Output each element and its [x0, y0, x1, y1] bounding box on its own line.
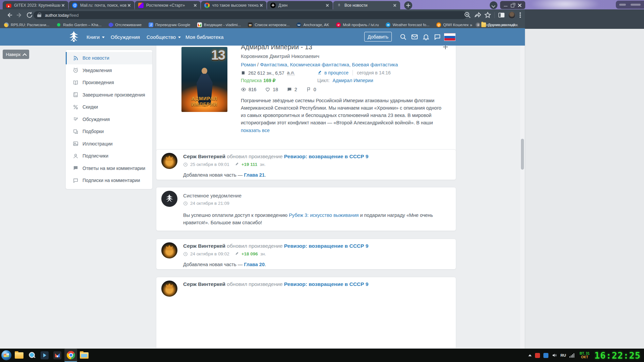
bookmarks-overflow-chevron[interactable]: » [470, 22, 472, 27]
new-tab-button[interactable] [404, 1, 412, 9]
genre-form-link[interactable]: Роман [241, 62, 256, 67]
tray-date[interactable]: ВТ. 31 ОКТ [580, 352, 590, 359]
bookmark-anchorage[interactable]: Anchorage, AK [297, 22, 329, 27]
tab-mailru[interactable]: @ Mail.ru: почта, поиск, новости, п [69, 1, 135, 9]
bookmark-google-translate[interactable]: Переводчик Google [149, 22, 190, 27]
sidebar-item-finished-works[interactable]: Завершенные произведения [66, 89, 152, 101]
sidebar-item-notifications[interactable]: Уведомления [66, 64, 152, 77]
cycle-link[interactable]: Адмирал Империи [332, 78, 373, 83]
bookmark-ivi-profile[interactable]: Мой профиль / ivi.ru [336, 22, 379, 27]
sidebar-item-all-news[interactable]: Все новости [66, 52, 152, 64]
tab-close-icon[interactable] [193, 3, 198, 8]
start-button[interactable] [0, 349, 13, 362]
scrollbar-thumb[interactable] [521, 139, 524, 170]
tray-hidden-icons-chevron[interactable] [528, 354, 532, 356]
user-link[interactable]: Серж Винтеркей [183, 281, 225, 287]
book-author[interactable]: Коровников Дмитрий Николаевич [241, 53, 319, 59]
volume-icon[interactable] [552, 353, 557, 358]
nav-discussions[interactable]: Обсуждения [111, 28, 140, 46]
browser-menu-icon[interactable] [520, 12, 521, 18]
back-button[interactable] [5, 11, 13, 19]
chapter-link[interactable]: Глава 21 [244, 172, 265, 178]
nav-my-library[interactable]: Моя библиотека [185, 28, 224, 46]
genre-links[interactable]: Фантастика, Космическая фантастика, Боев… [260, 62, 398, 67]
browser-profile-avatar[interactable] [508, 11, 516, 19]
network-signal-icon[interactable] [570, 353, 575, 358]
sidebar-item-comment-replies[interactable]: Ответы на мои комментарии [66, 162, 152, 175]
language-indicator[interactable]: RU [560, 353, 566, 357]
nav-community[interactable]: Сообщество [147, 28, 181, 46]
taskbar-folder-icon[interactable] [78, 349, 91, 362]
page-scrollbar[interactable] [520, 28, 524, 349]
forward-button[interactable] [15, 11, 23, 19]
restore-button[interactable] [511, 3, 515, 7]
tab-gitex[interactable]: GITEX 2023: Крупнейшая выстав [3, 1, 68, 9]
sidebar-item-discounts[interactable]: Скидки [66, 101, 152, 113]
add-button[interactable]: Добавить [364, 32, 392, 42]
tab-close-icon[interactable] [126, 3, 132, 8]
bookmark-star-icon[interactable] [484, 11, 492, 19]
side-panel-icon[interactable] [497, 11, 505, 19]
close-button[interactable] [518, 3, 522, 7]
tab-close-icon[interactable] [259, 3, 264, 8]
address-bar[interactable]: author.today/feed [34, 11, 467, 19]
share-icon[interactable] [474, 11, 482, 19]
messages-icon[interactable] [411, 33, 418, 41]
bookmark-rp5[interactable]: RP5.RU: Расписани... [4, 22, 49, 27]
tab-rostelecom[interactable]: Ростелеком «Старт» [135, 1, 201, 9]
user-avatar[interactable] [161, 242, 177, 258]
language-flag-russia[interactable] [444, 33, 455, 41]
user-avatar[interactable] [161, 281, 177, 297]
minimize-button[interactable] [504, 3, 507, 7]
sidebar-item-collections[interactable]: Подборки [66, 125, 152, 138]
tab-close-icon[interactable] [325, 3, 330, 8]
work-link[interactable]: Ревизор: возвращение в СССР 9 [284, 281, 368, 287]
tray-app-icon[interactable] [543, 353, 548, 358]
zoom-in-icon[interactable] [464, 11, 472, 19]
likes-counter[interactable]: 18 [265, 87, 278, 92]
user-link[interactable]: Серж Винтеркей [183, 154, 225, 159]
sidebar-item-comment-subscriptions[interactable]: Подписки на комментарии [66, 174, 152, 187]
tray-clock[interactable]: 16:22:25 [594, 350, 641, 361]
taskbar-media-player-icon[interactable] [38, 349, 51, 362]
sidebar-item-discussions[interactable]: Обсуждения [66, 113, 152, 126]
taskbar-explorer-icon[interactable] [13, 349, 25, 362]
taskbar-mail-app-icon[interactable] [51, 349, 64, 362]
tab-search-chevron-icon[interactable] [490, 1, 497, 9]
rewards-counter[interactable]: 0 [306, 87, 316, 92]
show-all-link[interactable]: показать все [241, 128, 270, 133]
comments-counter[interactable]: 2 [287, 87, 297, 92]
sidebar-item-illustrations[interactable]: Иллюстрации [66, 138, 152, 150]
search-icon[interactable] [399, 33, 407, 41]
bookmark-radio-garden[interactable]: Radio Garden – Kha... [56, 22, 101, 27]
bookmark-quotes-list[interactable]: Список котировок... [248, 22, 289, 27]
chapter-link[interactable]: Глава 20 [244, 262, 265, 267]
bookmark-inbox[interactable]: Входящие - vladimi... [197, 22, 241, 27]
bookmark-weather-forecast[interactable]: Weather forecast fo... [386, 22, 429, 27]
taskbar-search-icon[interactable] [25, 349, 38, 362]
tab-close-icon[interactable] [60, 3, 66, 8]
user-avatar[interactable] [161, 153, 177, 169]
taskbar-chrome-active-icon[interactable] [64, 349, 77, 362]
bookmark-tracking[interactable]: Отслеживание [109, 22, 142, 27]
notifications-bell-icon[interactable] [422, 33, 430, 41]
tab-close-icon[interactable] [392, 3, 397, 8]
tray-antivirus-icon[interactable] [535, 353, 540, 358]
status-in-progress[interactable]: в процессе [324, 70, 348, 75]
reload-button[interactable] [25, 11, 34, 19]
other-bookmarks-folder[interactable]: Другие закладки [481, 22, 518, 27]
bookmark-qiwi[interactable]: QIWI Кошелек [436, 22, 469, 27]
tab-dzen[interactable]: Дзен [267, 1, 333, 9]
nav-books[interactable]: Книги [87, 28, 105, 46]
sidebar-item-subscribers[interactable]: Подписчики [66, 150, 152, 162]
back-to-top-button[interactable]: Наверх [3, 50, 29, 59]
work-link[interactable]: Ревизор: возвращение в СССР 9 [284, 154, 368, 159]
tab-google-search[interactable]: что такое высокие технологии - [201, 1, 267, 9]
user-link[interactable]: Серж Винтеркей [183, 243, 225, 249]
work-link[interactable]: Ревизор: возвращение в СССР 9 [284, 243, 368, 249]
lock-icon[interactable] [38, 13, 42, 17]
book-cover[interactable]: 13 АДМИРАЛИМПЕРИИ [181, 47, 227, 112]
author-today-logo[interactable] [66, 29, 81, 44]
work-link[interactable]: Рубеж 3: искусство выживания [289, 213, 359, 218]
comments-icon[interactable] [434, 33, 441, 41]
